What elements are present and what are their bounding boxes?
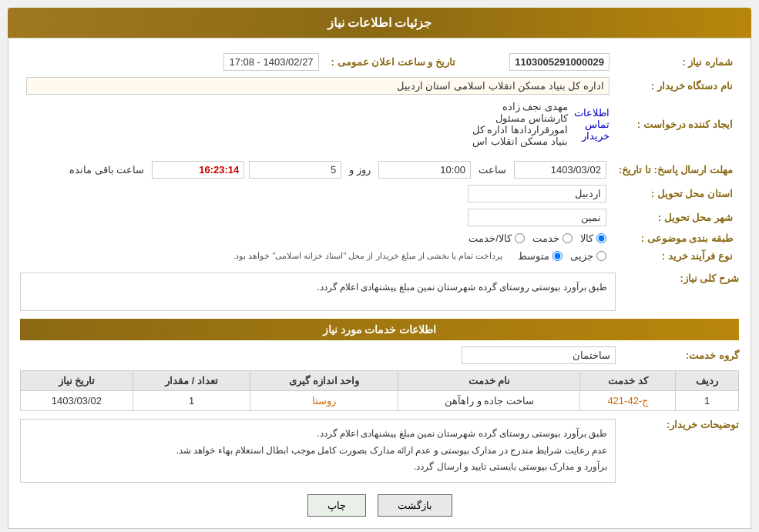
deadline-remaining: 16:23:14 <box>152 161 244 179</box>
need-desc-label: شرح کلی نیاز: <box>616 273 739 284</box>
service-code: ج-42-421 <box>580 391 676 411</box>
deadline-label: مهلت ارسال پاسخ: تا تاریخ: <box>613 158 739 182</box>
buyer-desc-label: توضیحات خریدار: <box>616 419 739 430</box>
table-row: 1 ج-42-421 ساخت جاده و راهآهن روستا 1 14… <box>21 391 739 411</box>
province-label: استان محل تحویل : <box>613 182 739 206</box>
service-unit: روستا <box>250 391 398 411</box>
service-group-label: گروه خدمت: <box>616 350 739 361</box>
requester-link[interactable]: اطلاعات تماس خریدار <box>574 107 610 142</box>
deadline-day-label: روز و <box>349 164 371 176</box>
service-group-value: ساختمان <box>462 346 616 364</box>
services-title: اطلاعات خدمات مورد نیاز <box>20 319 739 340</box>
purchase-type-label: نوع فرآیند خرید : <box>613 247 739 265</box>
requester-label: ایجاد کننده درخواست : <box>616 98 739 150</box>
category-kala[interactable]: کالا <box>580 233 606 244</box>
service-date: 1403/03/02 <box>21 391 133 411</box>
category-kala-khedmat[interactable]: کالا/خدمت <box>468 233 525 244</box>
deadline-days: 5 <box>249 161 341 179</box>
service-name: ساخت جاده و راهآهن <box>398 391 580 411</box>
province-value: اردبیل <box>468 185 606 202</box>
deadline-remaining-label: ساعت باقی مانده <box>69 164 144 176</box>
buyer-org-value: اداره کل بنیاد مسکن انقلاب اسلامی استان … <box>26 77 610 95</box>
requester-value: مهدی نجف زاده کارشناس مسئول امورقرارداده… <box>468 101 568 147</box>
need-desc-value: طبق برآورد بپوستی روستای گرده شهرستان نم… <box>20 273 616 311</box>
deadline-time-label: ساعت <box>479 164 506 176</box>
category-khedmat[interactable]: خدمت <box>532 233 573 244</box>
deadline-time: 10:00 <box>378 161 471 179</box>
service-quantity: 1 <box>133 391 250 411</box>
buyer-org-label: نام دستگاه خریدار : <box>616 74 739 98</box>
print-button[interactable]: چاپ <box>307 494 366 517</box>
purchase-type-note: پرداخت تمام یا بخشی از مبلغ خریدار از مح… <box>233 251 502 261</box>
table-header-unit: واحد اندازه گیری <box>250 371 398 391</box>
need-number-label: شماره نیاز : <box>616 50 739 74</box>
date-announce-value: 1403/02/27 - 17:08 <box>223 53 318 71</box>
table-header-quantity: تعداد / مقدار <box>133 371 250 391</box>
need-number-value: 1103005291000029 <box>509 53 610 71</box>
buyer-desc-value: طبق برآورد بپوستی روستای گرده شهرستان نم… <box>20 419 616 483</box>
city-value: نمین <box>468 209 606 226</box>
city-label: شهر محل تحویل : <box>613 206 739 229</box>
table-header-date: تاریخ نیاز <box>21 371 133 391</box>
purchase-motavasset[interactable]: متوسط <box>518 250 563 262</box>
category-label: طبقه بندی موضوعی : <box>613 229 739 247</box>
deadline-date: 1403/03/02 <box>514 161 606 179</box>
purchase-jozi[interactable]: جزیی <box>570 250 606 262</box>
row-number: 1 <box>676 391 739 411</box>
table-header-row: ردیف <box>676 371 739 391</box>
date-announce-label: تاریخ و ساعت اعلان عمومی : <box>325 50 462 74</box>
table-header-code: کد خدمت <box>580 371 676 391</box>
back-button[interactable]: بازگشت <box>378 494 452 517</box>
page-title: جزئیات اطلاعات نیاز <box>8 8 751 38</box>
table-header-name: نام خدمت <box>398 371 580 391</box>
